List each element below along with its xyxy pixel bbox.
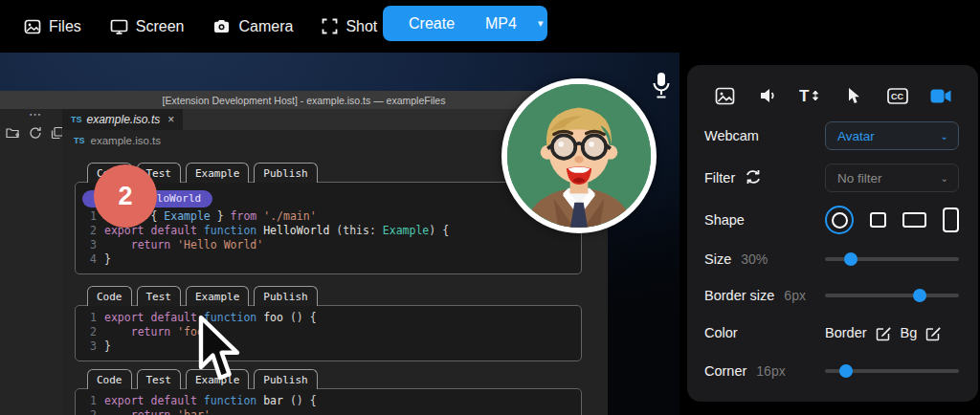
size-slider[interactable] xyxy=(825,252,959,266)
screen-button[interactable]: Screen xyxy=(110,18,185,35)
code-line: 1export default function bar () { xyxy=(76,394,581,408)
doc-tab-code: Code xyxy=(87,286,132,306)
code-line: 3 return 'Hello World' xyxy=(76,238,581,252)
shape-portrait-option[interactable] xyxy=(943,208,959,232)
mouse-cursor-icon xyxy=(195,314,243,390)
ts-file-icon: TS xyxy=(71,115,82,124)
shot-button[interactable]: Shot xyxy=(322,18,377,35)
code-line: 2export default function HelloWorld (thi… xyxy=(76,224,581,238)
app-window: Files Screen Camera Shot Create MP4 ▾ xyxy=(0,0,980,415)
code-box: 1export default function foo () {2 retur… xyxy=(75,305,582,361)
shape-row: Shape xyxy=(687,199,978,241)
settings-panel: T CC Webcam Avatar ⌄ xyxy=(687,65,978,402)
shuffle-filter-icon[interactable] xyxy=(745,169,762,187)
camera-icon xyxy=(212,18,231,35)
screen-icon xyxy=(110,18,128,35)
vscode-title: [Extension Development Host] - example.i… xyxy=(0,91,608,109)
filter-value: No filter xyxy=(837,171,882,186)
color-row: Color Border Bg xyxy=(687,314,978,352)
tab-close-icon: × xyxy=(167,113,174,126)
slider-thumb[interactable] xyxy=(839,364,853,378)
files-button[interactable]: Files xyxy=(24,18,81,35)
refresh-icon xyxy=(29,126,42,143)
vscode-sidebar: ⋯ xyxy=(0,109,62,415)
code-block: CodeTestExamplePublish1export default fu… xyxy=(75,369,582,415)
code-line: 1export default function foo () { xyxy=(76,311,581,325)
cursor-icon[interactable] xyxy=(842,83,867,108)
create-button[interactable]: Create MP4 ▾ xyxy=(383,6,547,41)
size-row: Size 30% xyxy=(687,241,978,277)
circle-shape-icon xyxy=(832,212,848,229)
code-box: 1export default function bar () {2 retur… xyxy=(75,388,582,415)
svg-text:T: T xyxy=(799,87,810,104)
doc-tab-example: Example xyxy=(186,286,249,306)
filter-row: Filter No filter ⌄ xyxy=(687,157,978,199)
slider-track xyxy=(825,294,959,297)
webcam-row: Webcam Avatar ⌄ xyxy=(687,115,978,157)
corner-row: Corner 16px xyxy=(687,352,978,390)
create-label: Create xyxy=(409,15,455,33)
code-line: 2 return 'bar' xyxy=(76,408,581,415)
corner-label: Corner xyxy=(704,363,746,379)
doc-tab-test: Test xyxy=(137,369,182,389)
new-folder-icon xyxy=(6,126,20,143)
size-label: Size xyxy=(704,251,731,267)
webcam-dropdown[interactable]: Avatar ⌄ xyxy=(825,121,959,150)
webcam-value: Avatar xyxy=(837,129,875,143)
border-size-row: Border size 6px xyxy=(687,277,978,314)
tab-filename: example.iso.ts xyxy=(87,113,161,126)
border-size-value: 6px xyxy=(784,288,806,303)
avatar-illustration xyxy=(507,84,651,228)
filter-dropdown[interactable]: No filter ⌄ xyxy=(825,164,959,192)
chevron-down-icon: ⌄ xyxy=(941,131,948,142)
camera-button[interactable]: Camera xyxy=(212,18,293,35)
shape-square-option[interactable] xyxy=(870,212,886,228)
shape-label: Shape xyxy=(704,212,745,228)
camera-label: Camera xyxy=(238,18,293,35)
captions-icon[interactable]: CC xyxy=(885,83,910,108)
shape-circle-option[interactable] xyxy=(825,206,854,234)
image-icon[interactable] xyxy=(712,83,737,108)
bg-color-edit-button[interactable] xyxy=(925,325,942,341)
webcam-label: Webcam xyxy=(704,128,759,143)
webcam-avatar-overlay[interactable] xyxy=(501,78,657,233)
slider-thumb[interactable] xyxy=(913,289,926,302)
top-toolbar: Files Screen Camera Shot Create MP4 ▾ xyxy=(0,0,980,53)
doc-tab-publish: Publish xyxy=(254,369,317,389)
slider-thumb[interactable] xyxy=(844,252,858,266)
filter-label: Filter xyxy=(704,170,735,186)
corner-slider[interactable] xyxy=(825,364,959,378)
border-size-slider[interactable] xyxy=(825,289,959,302)
doc-tab-example: Example xyxy=(186,163,249,183)
tab-example-iso-ts: TS example.iso.ts × xyxy=(62,109,183,130)
microphone-icon[interactable] xyxy=(650,71,673,105)
format-label[interactable]: MP4 xyxy=(485,15,517,33)
step-number-badge: 2 xyxy=(94,164,157,228)
doc-tab-publish: Publish xyxy=(254,163,317,183)
code-line: 3} xyxy=(76,339,581,354)
text-size-icon[interactable]: T xyxy=(798,83,823,108)
format-caret-icon[interactable]: ▾ xyxy=(538,17,544,30)
shape-wide-option[interactable] xyxy=(902,212,926,228)
chevron-down-icon: ⌄ xyxy=(941,173,948,184)
shot-label: Shot xyxy=(345,18,377,35)
code-line: 4} xyxy=(76,252,581,267)
panel-tab-icons: T CC xyxy=(687,76,978,115)
video-preview: [Extension Development Host] - example.i… xyxy=(0,53,679,415)
audio-icon[interactable] xyxy=(755,83,780,108)
files-label: Files xyxy=(49,18,81,35)
screen-label: Screen xyxy=(136,18,185,35)
shot-icon xyxy=(322,18,338,34)
size-value: 30% xyxy=(741,251,768,267)
files-icon xyxy=(24,18,41,35)
breadcrumb-filename: example.iso.ts xyxy=(91,135,162,146)
code-line: 2 return 'foo' xyxy=(76,325,581,339)
webcam-icon[interactable] xyxy=(928,83,953,108)
corner-value: 16px xyxy=(756,363,785,379)
doc-tab-publish: Publish xyxy=(254,286,317,306)
border-size-label: Border size xyxy=(704,288,774,303)
code-block-tabs: CodeTestExamplePublish xyxy=(75,369,582,389)
border-color-edit-button[interactable] xyxy=(876,325,892,341)
ts-file-icon: TS xyxy=(74,136,85,145)
code-block-tabs: CodeTestExamplePublish xyxy=(75,286,582,306)
